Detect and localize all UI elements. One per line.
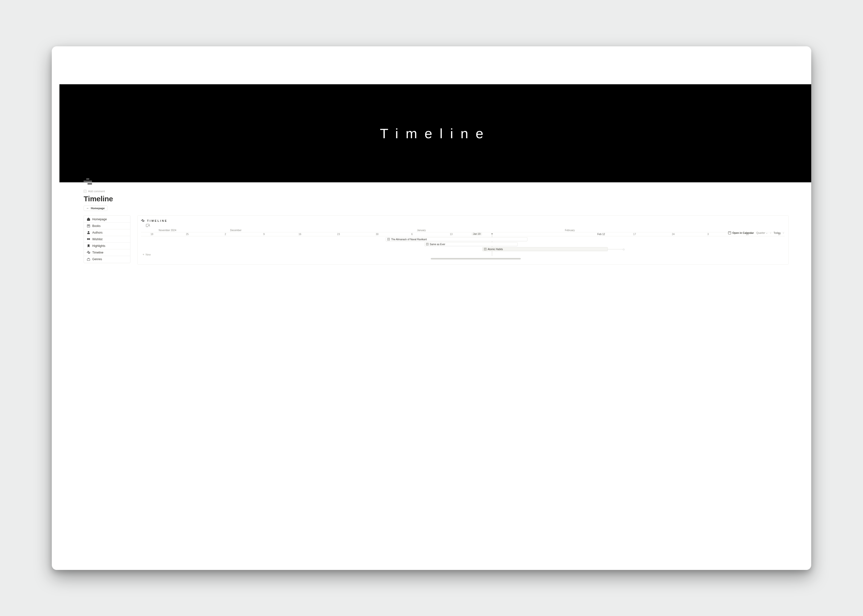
page-cover-inner: Timeline <box>60 84 811 182</box>
sidebar-item-highlights[interactable]: Highlights <box>84 243 130 249</box>
day-label: 17 <box>633 233 636 236</box>
sidebar-item-label: Wishlist <box>92 237 102 241</box>
page-icon[interactable] <box>83 178 94 186</box>
timeline-controls: Open in Calendar Quarter ⌄ ‹ Today › <box>728 228 784 237</box>
timeline-icon <box>87 251 90 254</box>
today-marker-dot <box>491 233 492 234</box>
add-comment-label: Add comment <box>88 190 105 193</box>
sidebar-item-label: Homepage <box>92 218 107 221</box>
today-date-label: Jan 19 <box>471 233 482 235</box>
timeline-container: Open in Calendar Quarter ⌄ ‹ Today › Nov… <box>141 228 784 259</box>
timeline-event-title: Same as Ever <box>430 243 445 246</box>
timeline-event[interactable]: Atomic Habits <box>482 247 608 251</box>
timeline-event-title: Atomic Habits <box>488 248 503 251</box>
day-label: 2 <box>225 233 226 236</box>
day-label: 24 <box>672 233 675 236</box>
month-label: February <box>565 229 575 232</box>
book-icon <box>87 224 90 228</box>
sidebar-item-books[interactable]: Books <box>84 223 130 229</box>
month-label: December <box>230 229 241 232</box>
new-label: New <box>145 253 151 256</box>
page-icon <box>387 238 390 240</box>
month-header-row: November 2024DecemberJanuaryFebruary <box>141 228 784 233</box>
timeline-panel: TIMELINE Open in Calendar Quarter ⌄ ‹ <box>137 215 788 265</box>
timeline-section-label: TIMELINE <box>147 219 167 222</box>
timeline-body[interactable]: + New The Almanack of Naval RavikantSame… <box>141 236 784 256</box>
sidebar-item-label: Books <box>92 224 100 228</box>
arrow-left-icon: ← <box>86 207 89 210</box>
bookmark-icon <box>87 244 90 248</box>
page-cover: Timeline <box>52 46 811 182</box>
genre-icon <box>87 258 90 261</box>
range-select-label: Quarter <box>756 231 765 234</box>
content-columns: HomepageBooksAuthorsWishlistHighlightsTi… <box>83 215 788 265</box>
day-label: 16 <box>299 233 301 236</box>
day-label: 3 <box>707 233 709 236</box>
author-icon <box>87 231 90 234</box>
homepage-button[interactable]: ← Homepage <box>83 206 107 211</box>
wishlist-icon <box>87 237 90 241</box>
month-label: November 2024 <box>159 229 176 232</box>
scrollbar-thumb[interactable] <box>431 258 521 259</box>
day-label: 30 <box>376 233 378 236</box>
app-frame: Timeline Add comment Timeline ← Homepage… <box>52 46 811 570</box>
day-header-row: 182529162330613Jan 19Feb 12172431017 <box>141 233 784 236</box>
sidebar-item-genres[interactable]: Genres <box>84 256 130 262</box>
day-label: 18 <box>150 233 153 236</box>
day-label: 9 <box>263 233 265 236</box>
page-title: Timeline <box>83 195 788 203</box>
range-select[interactable]: Quarter ⌄ <box>756 231 768 234</box>
day-label: 23 <box>337 233 340 236</box>
sidebar-item-label: Authors <box>92 231 102 234</box>
plus-icon: + <box>143 253 144 256</box>
next-button[interactable]: › <box>783 232 784 234</box>
timeline-icon <box>141 219 145 223</box>
comment-icon <box>83 190 87 193</box>
cover-title: Timeline <box>380 126 491 141</box>
page-body: Add comment Timeline ← Homepage Homepage… <box>52 178 811 287</box>
sidebar-item-label: Genres <box>92 258 102 261</box>
sidebar-item-authors[interactable]: Authors <box>84 229 130 236</box>
sidebar-item-homepage[interactable]: Homepage <box>84 216 130 223</box>
timeline-view-icon[interactable] <box>146 224 150 227</box>
timeline-event-title: The Almanack of Naval Ravikant <box>391 238 427 241</box>
homepage-button-label: Homepage <box>91 207 104 210</box>
day-label: 13 <box>450 233 452 236</box>
chevron-down-icon: ⌄ <box>766 232 768 234</box>
sidebar-nav: HomepageBooksAuthorsWishlistHighlightsTi… <box>83 215 131 263</box>
add-comment-button[interactable]: Add comment <box>83 190 105 193</box>
timeline-event[interactable]: The Almanack of Naval Ravikant <box>386 237 527 241</box>
sidebar-item-label: Timeline <box>92 251 103 254</box>
timeline-event[interactable]: Same as Ever <box>424 242 518 246</box>
today-button[interactable]: Today <box>773 231 780 234</box>
open-in-calendar-label: Open in Calendar <box>732 231 754 234</box>
page-icon <box>484 248 487 250</box>
sidebar-item-timeline[interactable]: Timeline <box>84 249 130 256</box>
sidebar-item-label: Highlights <box>92 244 105 248</box>
day-label: 25 <box>186 233 189 236</box>
new-button[interactable]: + New <box>141 253 151 256</box>
day-label: 6 <box>411 233 413 236</box>
prev-button[interactable]: ‹ <box>770 232 771 234</box>
month-label: January <box>417 229 426 232</box>
home-icon <box>87 218 90 221</box>
calendar-icon <box>728 231 731 234</box>
sidebar-item-wishlist[interactable]: Wishlist <box>84 236 130 243</box>
page-icon <box>426 243 428 245</box>
horizontal-scrollbar[interactable] <box>141 258 784 259</box>
day-label: Feb 12 <box>597 233 605 236</box>
open-in-calendar-button[interactable]: Open in Calendar <box>728 231 754 234</box>
timeline-section-header: TIMELINE <box>141 219 784 223</box>
